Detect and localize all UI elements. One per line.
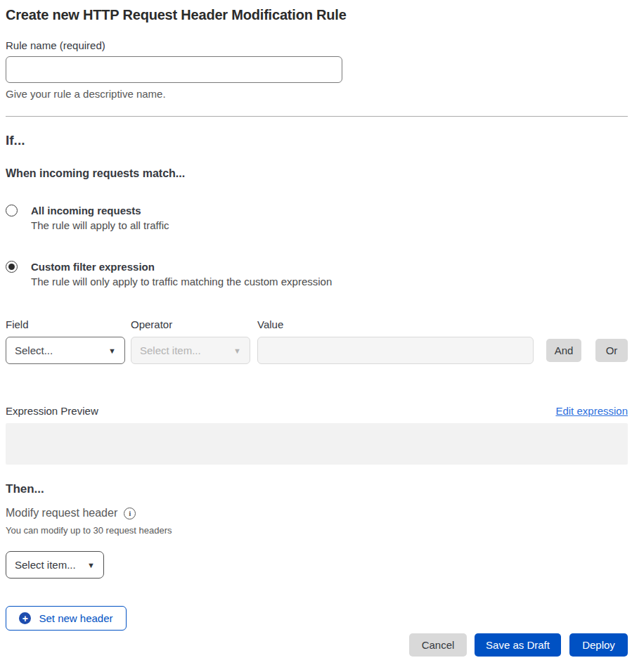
rule-name-label: Rule name (required) bbox=[6, 39, 628, 53]
radio-label[interactable]: Custom filter expression bbox=[31, 259, 332, 274]
or-button[interactable]: Or bbox=[595, 339, 628, 362]
plus-circle-icon: + bbox=[19, 612, 31, 624]
radio-button-all-requests[interactable] bbox=[6, 205, 18, 217]
footer-actions: Cancel Save as Draft Deploy bbox=[6, 633, 628, 657]
cancel-button[interactable]: Cancel bbox=[409, 633, 467, 657]
expression-preview-label: Expression Preview bbox=[6, 404, 98, 418]
radio-option-custom-filter[interactable]: Custom filter expression The rule will o… bbox=[6, 259, 628, 290]
field-select-value: Select... bbox=[15, 344, 53, 356]
operator-label: Operator bbox=[131, 318, 250, 331]
rule-name-input[interactable] bbox=[6, 56, 342, 83]
save-as-draft-button[interactable]: Save as Draft bbox=[475, 633, 561, 657]
field-label: Field bbox=[6, 318, 125, 331]
chevron-down-icon: ▼ bbox=[233, 347, 241, 355]
modify-request-header-label: Modify request header bbox=[6, 506, 117, 520]
header-action-select[interactable]: Select item... ▼ bbox=[6, 551, 104, 579]
expression-preview-box bbox=[6, 423, 628, 465]
chevron-down-icon: ▼ bbox=[87, 561, 95, 569]
chevron-down-icon: ▼ bbox=[108, 347, 116, 355]
value-input bbox=[257, 337, 534, 364]
field-select[interactable]: Select... ▼ bbox=[6, 337, 125, 364]
radio-description: The rule will only apply to traffic matc… bbox=[31, 274, 332, 290]
set-new-header-button[interactable]: + Set new header bbox=[6, 606, 127, 631]
radio-option-all-requests[interactable]: All incoming requests The rule will appl… bbox=[6, 203, 628, 233]
when-heading: When incoming requests match... bbox=[6, 166, 628, 181]
set-new-header-label: Set new header bbox=[39, 612, 112, 624]
edit-expression-link[interactable]: Edit expression bbox=[555, 405, 628, 417]
create-rule-page: Create new HTTP Request Header Modificat… bbox=[0, 0, 632, 657]
filter-expression-row: Field Select... ▼ Operator Select item..… bbox=[6, 318, 628, 364]
value-label: Value bbox=[257, 318, 534, 331]
operator-select: Select item... ▼ bbox=[131, 337, 250, 364]
info-icon[interactable]: i bbox=[124, 508, 136, 519]
modify-caption: You can modify up to 30 request headers bbox=[6, 524, 628, 536]
page-title: Create new HTTP Request Header Modificat… bbox=[6, 6, 628, 25]
rule-name-helper: Give your rule a descriptive name. bbox=[6, 87, 628, 101]
radio-button-custom-filter[interactable] bbox=[6, 261, 18, 273]
then-heading: Then... bbox=[6, 482, 628, 497]
deploy-button[interactable]: Deploy bbox=[569, 633, 628, 657]
radio-description: The rule will apply to all traffic bbox=[31, 218, 169, 233]
if-heading: If... bbox=[6, 131, 628, 150]
header-action-select-value: Select item... bbox=[15, 559, 76, 571]
section-divider bbox=[6, 116, 628, 117]
and-button[interactable]: And bbox=[546, 339, 581, 362]
operator-select-value: Select item... bbox=[140, 344, 201, 356]
radio-label[interactable]: All incoming requests bbox=[31, 203, 169, 218]
